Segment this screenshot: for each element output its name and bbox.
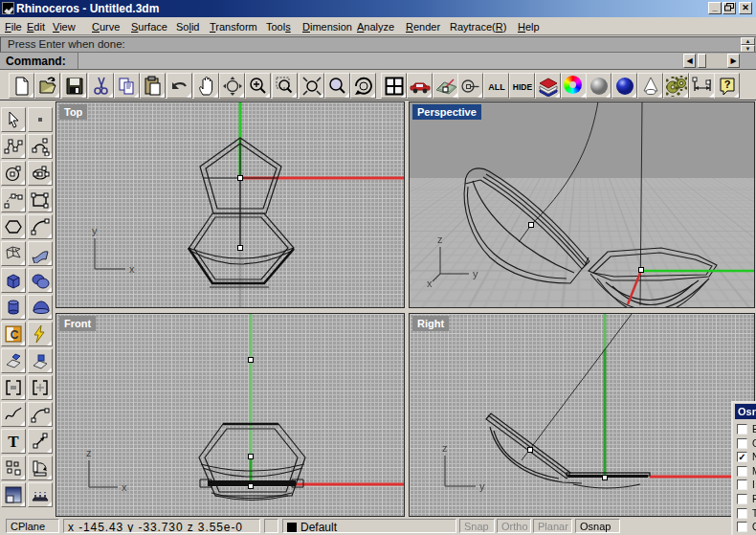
svg-text:x: x xyxy=(427,278,433,289)
svg-text:ALL: ALL xyxy=(488,82,505,92)
svg-text:y: y xyxy=(92,225,98,236)
svg-text:y: y xyxy=(479,480,485,492)
svg-text:T: T xyxy=(8,433,19,451)
svg-text:z: z xyxy=(86,447,92,458)
svg-text:x: x xyxy=(129,263,135,275)
svg-text:C: C xyxy=(11,328,19,342)
svg-text:x: x xyxy=(122,481,127,493)
svg-text:z: z xyxy=(442,442,448,454)
svg-text:?: ? xyxy=(724,78,731,90)
svg-text:z: z xyxy=(437,234,443,245)
svg-text:HIDE: HIDE xyxy=(513,82,533,92)
svg-text:y: y xyxy=(473,268,478,279)
